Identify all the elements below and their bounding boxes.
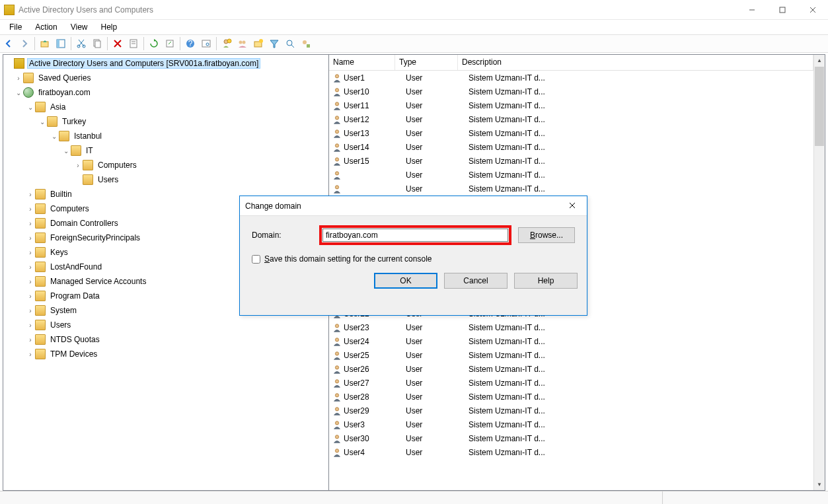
new-user-icon[interactable] [219, 36, 234, 51]
vertical-scrollbar[interactable]: ▲ ▼ [813, 55, 825, 490]
properties-button[interactable] [126, 36, 141, 51]
scroll-down-icon[interactable]: ▼ [814, 479, 825, 490]
cell-type: User [406, 101, 469, 110]
cell-name: User1 [344, 73, 406, 83]
domain-input-highlight [319, 225, 511, 245]
cell-type: User [406, 87, 469, 96]
tree-it[interactable]: ⌄IT [3, 143, 328, 158]
tree-istanbul[interactable]: ⌄Istanbul [3, 129, 328, 143]
help-button-dialog[interactable]: Help [514, 273, 578, 289]
new-ou-icon[interactable] [251, 36, 266, 51]
column-description[interactable]: Description [458, 55, 813, 70]
cell-name: User25 [344, 351, 406, 360]
cell-name: User10 [344, 87, 406, 96]
list-item[interactable]: User10UserSistem Uzmanı-IT d... [329, 85, 813, 98]
cell-desc: Sistem Uzmanı-IT d... [469, 420, 813, 429]
find-button[interactable] [199, 36, 213, 51]
list-item[interactable]: User14UserSistem Uzmanı-IT d... [329, 140, 813, 154]
browse-button[interactable]: Browse... [518, 227, 575, 243]
svg-point-32 [335, 116, 338, 119]
menu-view[interactable]: View [64, 21, 94, 33]
refresh-button[interactable] [147, 36, 161, 51]
user-icon [332, 322, 342, 333]
list-item[interactable]: User23UserSistem Uzmanı-IT d... [329, 320, 813, 334]
tree-saved-queries[interactable]: ›Saved Queries [3, 71, 328, 85]
save-domain-label[interactable]: Save this domain setting for the current… [264, 254, 432, 264]
cell-type: User [406, 392, 469, 402]
delete-button[interactable] [110, 36, 125, 51]
menu-file[interactable]: File [3, 21, 28, 33]
show-hide-tree-button[interactable] [54, 36, 68, 51]
maximize-button[interactable] [767, 0, 798, 20]
scroll-up-icon[interactable]: ▲ [814, 55, 825, 66]
list-item[interactable]: UserSistem Uzmanı-IT d... [329, 182, 813, 196]
cell-type: User [406, 170, 469, 180]
cell-name: User30 [344, 434, 406, 443]
tree-it-users[interactable]: Users [3, 172, 328, 187]
cell-desc: Sistem Uzmanı-IT d... [469, 87, 813, 96]
tree-asia[interactable]: ⌄Asia [3, 100, 328, 114]
list-item[interactable]: User26UserSistem Uzmanı-IT d... [329, 362, 813, 376]
list-item[interactable]: User12UserSistem Uzmanı-IT d... [329, 112, 813, 126]
tree-ntds-quotas[interactable]: ›NTDS Quotas [3, 332, 328, 347]
cancel-button[interactable]: Cancel [444, 273, 508, 289]
save-domain-checkbox[interactable] [252, 255, 260, 264]
user-icon [332, 114, 342, 125]
cut-button[interactable] [74, 36, 89, 51]
list-item[interactable]: User13UserSistem Uzmanı-IT d... [329, 126, 813, 140]
user-icon [332, 406, 342, 416]
close-button[interactable] [798, 0, 828, 20]
window-titlebar: Active Directory Users and Computers [0, 0, 828, 20]
up-button[interactable] [38, 36, 52, 51]
user-icon [332, 100, 342, 111]
ok-button[interactable]: OK [374, 273, 437, 289]
aduc-app-icon [4, 5, 15, 15]
tree-users[interactable]: ›Users [3, 318, 328, 332]
list-item[interactable]: User29UserSistem Uzmanı-IT d... [329, 404, 813, 417]
list-item[interactable]: User4UserSistem Uzmanı-IT d... [329, 445, 813, 459]
back-button[interactable] [1, 36, 16, 51]
list-item[interactable]: User27UserSistem Uzmanı-IT d... [329, 376, 813, 390]
list-item[interactable]: User1UserSistem Uzmanı-IT d... [329, 71, 813, 85]
statusbar [0, 491, 828, 504]
list-item[interactable]: User24UserSistem Uzmanı-IT d... [329, 334, 813, 348]
list-item[interactable]: User25UserSistem Uzmanı-IT d... [329, 348, 813, 362]
cell-name: User23 [344, 323, 406, 332]
scroll-thumb[interactable] [815, 67, 824, 146]
tree-turkey[interactable]: ⌄Turkey [3, 114, 328, 129]
help-button[interactable]: ? [183, 36, 198, 51]
dialog-close-button[interactable] [563, 201, 582, 211]
tree-it-computers[interactable]: ›Computers [3, 158, 328, 172]
list-item[interactable]: User28UserSistem Uzmanı-IT d... [329, 390, 813, 404]
column-name[interactable]: Name [329, 55, 395, 70]
search-icon[interactable] [283, 36, 297, 51]
cell-type: User [406, 323, 469, 332]
column-type[interactable]: Type [395, 55, 458, 70]
add-to-group-icon[interactable] [299, 36, 313, 51]
list-item[interactable]: UserSistem Uzmanı-IT d... [329, 168, 813, 182]
forward-button[interactable] [17, 36, 32, 51]
menu-help[interactable]: Help [94, 21, 124, 33]
tree-domain[interactable]: ⌄firatboyan.com [3, 85, 328, 100]
user-icon [332, 447, 342, 458]
svg-line-26 [291, 45, 294, 48]
new-group-icon[interactable] [235, 36, 250, 51]
cell-desc: Sistem Uzmanı-IT d... [469, 157, 813, 166]
svg-point-52 [335, 393, 338, 396]
svg-point-54 [335, 421, 338, 424]
export-list-button[interactable] [163, 36, 177, 51]
domain-input[interactable] [322, 229, 508, 242]
minimize-button[interactable] [737, 0, 767, 20]
copy-button[interactable] [90, 36, 104, 51]
list-item[interactable]: User11UserSistem Uzmanı-IT d... [329, 98, 813, 112]
list-item[interactable]: User15UserSistem Uzmanı-IT d... [329, 154, 813, 168]
toolbar: ? [0, 34, 828, 53]
tree-tpm-devices[interactable]: ›TPM Devices [3, 347, 328, 361]
list-item[interactable]: User30UserSistem Uzmanı-IT d... [329, 431, 813, 445]
list-item[interactable]: User3UserSistem Uzmanı-IT d... [329, 417, 813, 431]
filter-icon[interactable] [267, 36, 282, 51]
user-icon [332, 419, 342, 430]
svg-point-29 [335, 74, 338, 77]
tree-root[interactable]: Active Directory Users and Computers [SR… [3, 56, 328, 71]
menu-action[interactable]: Action [28, 21, 63, 33]
